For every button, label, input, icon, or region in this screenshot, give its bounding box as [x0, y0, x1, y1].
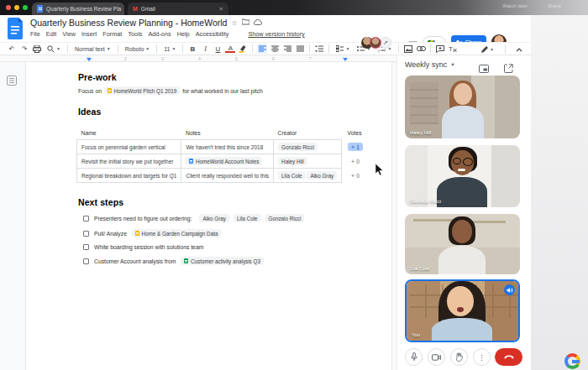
speaker-badge[interactable]: [504, 284, 515, 295]
smart-chip-pitch-file[interactable]: HomeWorld Pitch Q1 2019: [104, 86, 180, 95]
underline-icon[interactable]: U: [213, 44, 223, 54]
person-chip[interactable]: Gonzalo Ricci: [278, 143, 318, 151]
smart-chip-sheets-file[interactable]: Customer activity analysis Q3: [181, 257, 263, 265]
italic-icon[interactable]: I: [200, 44, 210, 54]
insert-image-icon[interactable]: [403, 44, 413, 54]
clear-formatting-icon[interactable]: T: [448, 44, 458, 54]
close-window-button[interactable]: [6, 5, 11, 10]
indent-marker-left[interactable]: [87, 58, 92, 61]
slides-file-icon: [135, 231, 139, 237]
tab-docs[interactable]: Quarterly Business Review Pla ✕: [32, 3, 124, 15]
prework-text-suffix: for what worked in our last pitch: [182, 88, 263, 94]
section-heading-ideas: Ideas: [78, 107, 371, 117]
editing-mode-select[interactable]: ▼: [479, 46, 496, 53]
person-chip[interactable]: Gonzalo Ricci: [265, 214, 305, 222]
menu-addons[interactable]: Add-ons: [148, 30, 171, 38]
participant-name: Gonzalo Ricci: [410, 199, 441, 204]
more-options-button[interactable]: ⋮: [473, 348, 491, 366]
person-chip[interactable]: Haley Hill: [278, 157, 307, 165]
bold-icon[interactable]: B: [187, 44, 197, 54]
text-color-icon[interactable]: A: [225, 44, 235, 53]
raise-hand-button[interactable]: [450, 348, 468, 366]
collaborator-avatar-active[interactable]: [370, 37, 381, 49]
video-tile-you[interactable]: You: [405, 279, 520, 342]
indent-marker-right[interactable]: [343, 58, 348, 61]
menu-help[interactable]: Help: [177, 30, 190, 38]
undo-icon[interactable]: ↶: [7, 44, 17, 54]
redo-icon[interactable]: ↷: [19, 44, 29, 54]
ruler-mark: 2: [124, 56, 127, 61]
vote-button[interactable]: +0: [348, 157, 363, 165]
checkbox[interactable]: [83, 258, 89, 264]
show-version-history-link[interactable]: Show version history: [248, 30, 304, 38]
video-tile-lila[interactable]: Lila Cole: [405, 214, 520, 274]
video-tile-haley[interactable]: Haley Hill: [405, 76, 520, 138]
camera-button[interactable]: [428, 348, 445, 366]
zoom-window-button[interactable]: [23, 5, 28, 10]
document-page[interactable]: Pre-work Focus on HomeWorld Pitch Q1 201…: [25, 62, 392, 370]
docs-logo-icon[interactable]: [8, 18, 24, 43]
document-title[interactable]: Quarterly Business Review Planning - Hom…: [30, 18, 227, 28]
add-comment-icon[interactable]: [435, 44, 445, 54]
video-tile-gonzalo[interactable]: Gonzalo Ricci: [405, 145, 520, 207]
idea-name[interactable]: Revisit the initial story we put togethe…: [77, 154, 181, 169]
idea-name[interactable]: Focus on perennial garden vertical: [77, 140, 181, 154]
person-chip[interactable]: Lila Cole: [234, 214, 261, 222]
menu-format[interactable]: Format: [102, 30, 122, 38]
ruler[interactable]: 1 2 3 4 5 6 7: [0, 55, 396, 62]
align-left-icon[interactable]: [257, 44, 267, 54]
idea-votes-cell: +0: [342, 154, 368, 169]
picture-in-picture-icon[interactable]: [479, 61, 489, 76]
print-icon[interactable]: [32, 44, 42, 54]
menu-view[interactable]: View: [62, 30, 76, 38]
idea-notes[interactable]: Client really responded well to this: [181, 169, 274, 183]
person-chip[interactable]: Lila Cole: [278, 171, 306, 180]
tab-gmail[interactable]: M Gmail ✕: [128, 3, 228, 15]
collapse-toolbar-icon[interactable]: [514, 44, 524, 55]
watch-later-overlay[interactable]: Watch later: [502, 3, 528, 8]
align-center-icon[interactable]: [270, 44, 280, 54]
menu-accessibility[interactable]: Accessibility: [196, 30, 229, 38]
align-right-icon[interactable]: [282, 44, 292, 54]
checkbox[interactable]: [83, 231, 89, 237]
menu-insert[interactable]: Insert: [81, 30, 97, 38]
meet-panel: Weekly sync ▼ Haley Hill Gonzalo Ricci L…: [396, 55, 531, 370]
menu-edit[interactable]: Edit: [46, 30, 57, 38]
idea-name[interactable]: Regional breakdown and targets for Q1: [77, 169, 181, 183]
menu-file[interactable]: File: [30, 30, 40, 38]
smart-chip-slides-file[interactable]: Home & Garden Campaign Data: [132, 229, 222, 237]
idea-notes[interactable]: We haven't tried this since 2018: [181, 140, 274, 154]
checklist-text: Presenters need to figure out ordering:: [94, 216, 192, 221]
zoom-select[interactable]: ▼: [45, 45, 63, 53]
checkbox[interactable]: [83, 244, 89, 250]
checklist-icon[interactable]: ▼: [333, 45, 352, 52]
document-outline-icon[interactable]: [7, 74, 17, 89]
highlight-color-icon[interactable]: [238, 44, 248, 54]
checkbox[interactable]: [83, 216, 89, 221]
person-chip[interactable]: Aiko Gray: [307, 171, 337, 180]
star-icon[interactable]: ☆: [231, 19, 237, 27]
font-size-select[interactable]: 11 ▼: [161, 46, 178, 52]
share-overlay[interactable]: Share: [548, 3, 561, 8]
menu-tools[interactable]: Tools: [128, 30, 142, 38]
justify-icon[interactable]: [295, 44, 305, 54]
participant-name: Lila Cole: [410, 266, 429, 271]
smart-chip-doc-file[interactable]: HomeWorld Account Notes: [186, 157, 262, 165]
minimize-window-button[interactable]: [14, 5, 19, 10]
vote-button[interactable]: +0: [348, 171, 363, 180]
paragraph-style-select[interactable]: Normal text ▼: [72, 46, 113, 52]
cloud-status-icon[interactable]: [254, 19, 262, 27]
vote-button[interactable]: +1: [348, 143, 363, 151]
person-chip[interactable]: Aiko Gray: [199, 214, 229, 222]
mic-button[interactable]: [405, 348, 423, 366]
open-in-new-icon[interactable]: [504, 61, 513, 76]
close-tab-icon[interactable]: ✕: [219, 6, 223, 13]
font-family-select[interactable]: Roboto ▼: [123, 46, 153, 52]
checklist-item: Presenters need to figure out ordering: …: [78, 214, 371, 222]
line-spacing-icon[interactable]: [314, 44, 324, 54]
insert-link-icon[interactable]: [416, 44, 426, 54]
end-call-button[interactable]: [495, 348, 522, 366]
move-folder-icon[interactable]: [242, 18, 249, 27]
meet-title-select[interactable]: Weekly sync ▼: [405, 60, 455, 69]
collapse-avatars-button[interactable]: ↗: [380, 37, 391, 49]
